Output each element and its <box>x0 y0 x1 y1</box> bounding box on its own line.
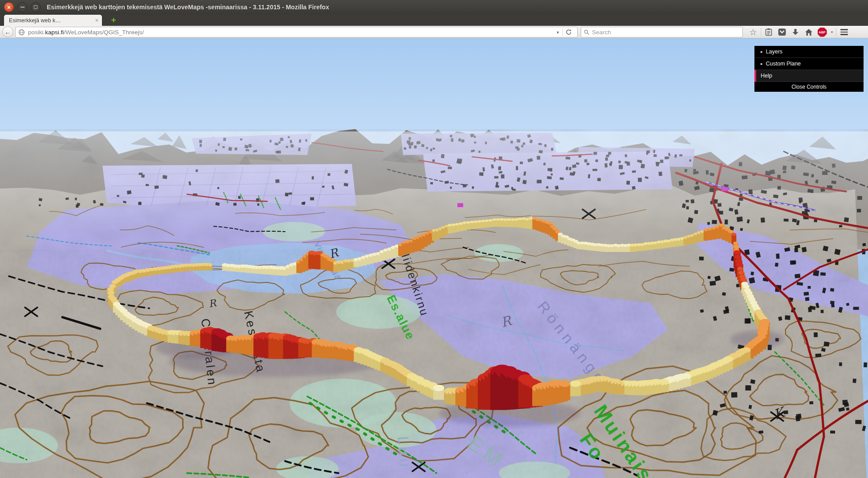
window-titlebar: × Esimerkkejä web karttojen tekemisestä … <box>0 0 868 14</box>
folder-arrow-icon: ▸ <box>761 61 763 66</box>
map-label: Luu <box>395 436 414 470</box>
url-text: posiki.kapsi.fi/WeLoveMaps/QGIS_Threejs/ <box>28 29 553 36</box>
gui-folder-label: Layers <box>766 49 783 55</box>
url-dropdown-icon[interactable]: ▾ <box>553 30 562 35</box>
adblock-plus-icon[interactable]: ABP <box>815 26 829 38</box>
tab-close-icon[interactable]: × <box>95 17 98 24</box>
gui-folder-custom-plane[interactable]: ▸ Custom Plane <box>754 58 864 70</box>
window-minimize-button[interactable] <box>17 2 27 12</box>
search-box[interactable] <box>581 27 743 37</box>
tab-label: Esimerkkejä web k… <box>9 17 92 24</box>
map-3d-viewport[interactable]: RönnängenHiidenkirnuVissenpääEs.alueKesk… <box>0 38 868 478</box>
bookmarks-clipboard-icon[interactable] <box>762 26 775 38</box>
menu-hamburger-icon[interactable] <box>837 26 851 38</box>
reload-icon <box>566 29 572 35</box>
home-icon[interactable] <box>802 26 815 38</box>
new-tab-button[interactable]: + <box>107 15 120 25</box>
abp-badge: ABP <box>818 28 827 37</box>
globe-icon <box>18 29 25 36</box>
abp-dropdown-icon[interactable]: ▾ <box>829 30 835 34</box>
reload-button[interactable] <box>563 29 575 35</box>
folder-arrow-icon: ▸ <box>761 49 763 54</box>
toolbar-separator <box>761 28 761 37</box>
url-bar[interactable]: posiki.kapsi.fi/WeLoveMaps/QGIS_Threejs/… <box>15 27 578 37</box>
browser-tab[interactable]: Esimerkkejä web k… × <box>4 14 102 26</box>
tab-bar: Esimerkkejä web k… × + <box>0 14 868 26</box>
navigation-toolbar: ← posiki.kapsi.fi/WeLoveMaps/QGIS_Threej… <box>0 26 868 38</box>
gui-close-controls-button[interactable]: Close Controls <box>754 82 864 92</box>
window-maximize-button[interactable] <box>31 2 41 12</box>
pocket-icon[interactable] <box>775 26 789 38</box>
gui-folder-layers[interactable]: ▸ Layers <box>754 46 864 58</box>
window-title: Esimerkkejä web karttojen tekemisestä We… <box>47 4 329 11</box>
search-icon <box>584 29 589 35</box>
search-input[interactable] <box>592 29 740 36</box>
dat-gui-panel: ▸ Layers ▸ Custom Plane Help Close Contr… <box>754 46 864 92</box>
window-close-button[interactable]: × <box>4 2 14 12</box>
gui-folder-label: Custom Plane <box>766 61 801 67</box>
back-button[interactable]: ← <box>2 26 13 37</box>
toolbar-separator <box>836 28 836 37</box>
download-icon[interactable] <box>789 26 802 38</box>
bookmark-star-icon[interactable]: ☆ <box>746 26 760 38</box>
map-viewport: RönnängenHiidenkirnuVissenpääEs.alueKesk… <box>0 38 868 478</box>
gui-help-button[interactable]: Help <box>754 70 864 82</box>
gui-help-label: Help <box>761 73 772 79</box>
